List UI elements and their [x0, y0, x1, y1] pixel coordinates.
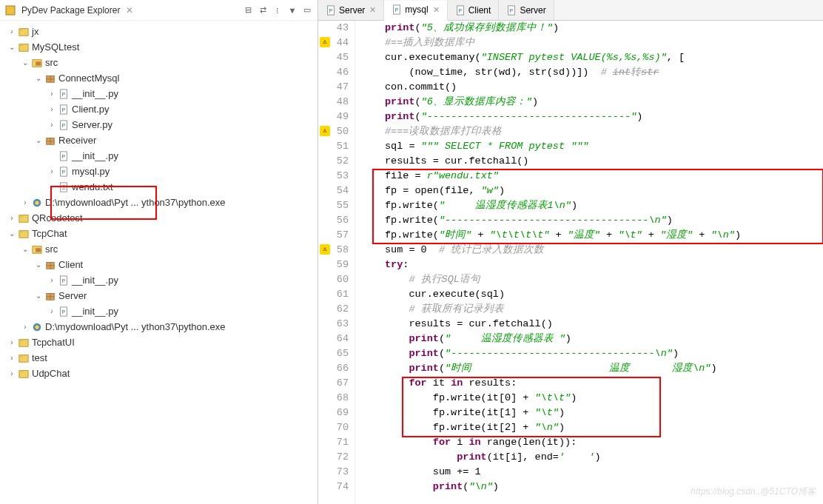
expand-arrow-icon[interactable]: ›	[46, 88, 58, 100]
code-line[interactable]: fp.write(it[0] + "\t\t")	[385, 391, 823, 406]
expand-arrow-icon[interactable]: ›	[6, 368, 18, 380]
code-editor[interactable]: 43⚠444546474849⚠5051525354555657⚠5859606…	[318, 21, 823, 504]
code-line[interactable]: fp.write("时间" + "\t\t\t\t" + "温度" + "\t"…	[385, 228, 823, 243]
tree-item-connectmysql[interactable]: ⌄ConnectMysql	[0, 70, 318, 86]
code-line[interactable]: con.commit()	[385, 80, 823, 95]
tab-mysql[interactable]: Pmysql✕	[384, 1, 447, 21]
code-line[interactable]: cur.execute(sql)	[385, 287, 823, 302]
expand-arrow-icon[interactable]: ⌄	[19, 57, 31, 69]
code-line[interactable]: sum = 0 # 统计已录入数据次数	[385, 243, 823, 258]
pkg-icon	[18, 352, 30, 364]
code-line[interactable]: sum += 1	[385, 465, 823, 480]
tree-item-tcpchat[interactable]: ⌄TcpChat	[0, 226, 318, 241]
tree-item-d-mydownload-pyt-ython37-python-exe[interactable]: ›D:\mydownload\Pyt ... ython37\python.ex…	[0, 319, 318, 335]
tree-item-mysql-py[interactable]: ›Pmysql.py	[0, 164, 318, 179]
code-line[interactable]: fp.write(it[2] + "\n")	[385, 420, 823, 435]
tree-label: TcpchatUI	[32, 335, 75, 349]
code-line[interactable]: fp.write(it[1] + "\t")	[385, 406, 823, 420]
tree-item-src[interactable]: ⌄src	[0, 55, 318, 70]
expand-arrow-icon[interactable]: ⌄	[6, 228, 18, 240]
link-editor-icon[interactable]: ⇄	[257, 4, 269, 16]
tree-item--init-py[interactable]: ›P__init__.py	[0, 86, 318, 101]
tab-client[interactable]: PClient	[448, 0, 500, 20]
tree-item-qrcodetest[interactable]: ›QRcodetest	[0, 210, 318, 226]
expand-arrow-icon[interactable]: ⌄	[33, 259, 44, 271]
tree-item-udpchat[interactable]: ›UdpChat	[0, 366, 318, 381]
filter-icon[interactable]: ⫶	[272, 4, 283, 16]
expand-arrow-icon[interactable]: ⌄	[33, 290, 44, 302]
code-line[interactable]: print(" 温湿度传感器表 ")	[385, 332, 823, 346]
tree-item-server-py[interactable]: ›PServer.py	[0, 117, 318, 132]
close-icon[interactable]: ✕	[433, 5, 440, 15]
view-menu-icon[interactable]: ▼	[286, 4, 298, 16]
expand-arrow-icon[interactable]: ›	[6, 26, 18, 38]
svg-rect-32	[19, 230, 23, 232]
close-icon[interactable]: ✕	[126, 5, 133, 16]
minimize-icon[interactable]: ▭	[301, 4, 313, 16]
code-line[interactable]: fp.write(" 温湿度传感器表1\n")	[385, 198, 823, 213]
code-line[interactable]: # 获取所有记录列表	[385, 302, 823, 317]
tree-item-d-mydownload-pyt-ython37-python-exe[interactable]: ›D:\mydownload\Pyt ... ython37\python.ex…	[0, 195, 318, 210]
code-line[interactable]: #==插入到数据库中	[385, 36, 823, 50]
code-line[interactable]: (now_time, str(wd), str(sd))]) # int转str	[385, 65, 823, 80]
expand-arrow-icon[interactable]: ›	[6, 212, 18, 224]
expand-arrow-icon[interactable]: ›	[46, 275, 58, 286]
code-line[interactable]: # 执行SQL语句	[385, 272, 823, 287]
warning-icon: ⚠	[320, 244, 330, 255]
tree-item-client-py[interactable]: ›PClient.py	[0, 101, 318, 117]
tree-item--init-py[interactable]: P__init__.py	[0, 148, 318, 164]
expand-arrow-icon[interactable]: ⌄	[33, 135, 44, 147]
code-line[interactable]: results = cur.fetchall()	[385, 154, 823, 169]
tree-item--init-py[interactable]: ›P__init__.py	[0, 272, 318, 288]
code-line[interactable]: print("时间 温度 湿度\n")	[385, 361, 823, 376]
code-line[interactable]: file = r"wendu.txt"	[385, 169, 823, 184]
tree-item-client[interactable]: ⌄Client	[0, 257, 318, 272]
tab-server[interactable]: PServer✕	[318, 0, 384, 20]
tree-item-mysqltest[interactable]: ⌄MySQLtest	[0, 39, 318, 55]
tree-label: TcpChat	[32, 226, 67, 241]
tree-item-server[interactable]: ⌄Server	[0, 288, 318, 303]
tree-item-src[interactable]: ⌄src	[0, 241, 318, 257]
tab-server[interactable]: PServer	[499, 0, 554, 20]
expand-arrow-icon[interactable]: ›	[19, 197, 31, 209]
pyfile-icon: P	[58, 104, 70, 115]
expand-arrow-icon[interactable]: ›	[6, 352, 18, 364]
code-line[interactable]: print("6、显示数据库内容：")	[385, 95, 823, 110]
tree-item-test[interactable]: ›test	[0, 350, 318, 366]
code-line[interactable]: for i in range(len(it)):	[385, 435, 823, 450]
collapse-all-icon[interactable]: ⊟	[242, 4, 254, 16]
tab-label: Client	[468, 5, 491, 16]
code-line[interactable]: print(it[i], end=' ')	[385, 450, 823, 465]
tree-item-receiver[interactable]: ⌄Receiver	[0, 132, 318, 148]
expand-arrow-icon[interactable]: ›	[46, 119, 58, 131]
tree-item-jx[interactable]: ›jx	[0, 24, 318, 39]
code-line[interactable]: for it in results:	[385, 376, 823, 391]
code-line[interactable]: fp.write("------------------------------…	[385, 213, 823, 228]
pyfile-icon: P	[455, 5, 466, 16]
close-icon[interactable]: ✕	[369, 5, 376, 15]
code-line[interactable]: results = cur.fetchall()	[385, 317, 823, 332]
code-content[interactable]: print("5、成功保存到数据库中！")#==插入到数据库中cur.execu…	[355, 21, 823, 504]
expand-arrow-icon[interactable]: ›	[19, 321, 31, 333]
expand-arrow-icon[interactable]: ›	[46, 166, 58, 178]
expand-arrow-icon[interactable]: ⌄	[33, 73, 44, 84]
code-line[interactable]: print("---------------------------------…	[385, 110, 823, 124]
expand-arrow-icon[interactable]	[46, 150, 58, 162]
code-line[interactable]: fp = open(file, "w")	[385, 184, 823, 198]
line-number: 55	[318, 198, 349, 213]
expand-arrow-icon[interactable]: ›	[46, 306, 58, 317]
code-line[interactable]: sql = """ SELECT * FROM pytest """	[385, 139, 823, 154]
code-line[interactable]: #===读取数据库打印表格	[385, 124, 823, 139]
code-line[interactable]: print("---------------------------------…	[385, 346, 823, 361]
expand-arrow-icon[interactable]: ⌄	[19, 243, 31, 255]
tree-item-wendu-txt[interactable]: wendu.txt	[0, 179, 318, 195]
expand-arrow-icon[interactable]: ⌄	[6, 41, 18, 53]
code-line[interactable]: print("5、成功保存到数据库中！")	[385, 21, 823, 36]
tree-item--init-py[interactable]: ›P__init__.py	[0, 303, 318, 319]
tree-item-tcpchatui[interactable]: ›TcpchatUI	[0, 335, 318, 350]
expand-arrow-icon[interactable]	[46, 181, 58, 193]
expand-arrow-icon[interactable]: ›	[46, 104, 58, 115]
code-line[interactable]: try:	[385, 258, 823, 272]
code-line[interactable]: cur.executemany("INSERT pytest VALUE(%s,…	[385, 50, 823, 65]
expand-arrow-icon[interactable]: ›	[6, 337, 18, 349]
